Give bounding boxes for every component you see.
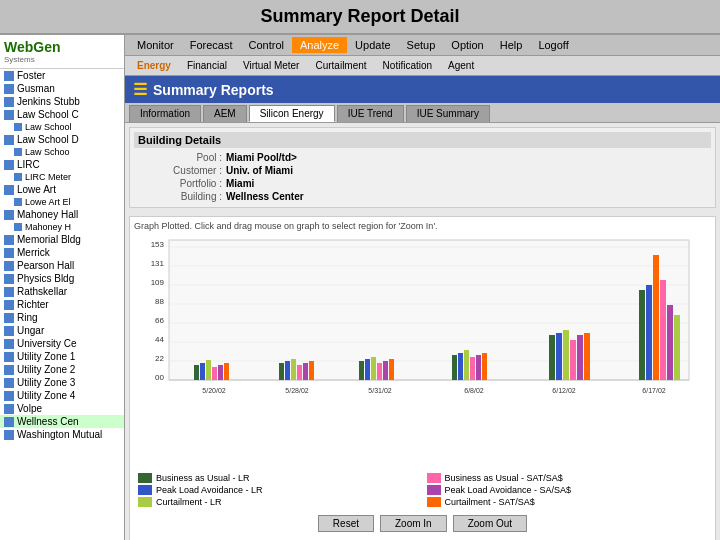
legend: Business as Usual - LRBusiness as Usual … [138,473,707,507]
bd-customer: Univ. of Miami [226,165,293,176]
sidebar-item-law-schoo[interactable]: Law Schoo [0,146,124,158]
svg-rect-47 [639,290,645,380]
sub-nav-item-energy[interactable]: Energy [129,58,179,73]
nav-item-setup[interactable]: Setup [399,37,444,53]
sidebar-item-memorial-bldg[interactable]: Memorial Bldg [0,233,124,246]
sidebar-item-lirc-meter[interactable]: LIRC Meter [0,171,124,183]
tab-information[interactable]: Information [129,105,201,122]
sidebar-item-volpe[interactable]: Volpe [0,402,124,415]
svg-rect-45 [577,335,583,380]
sidebar-item-mahoney-h[interactable]: Mahoney H [0,221,124,233]
building-icon [4,135,14,145]
nav-item-forecast[interactable]: Forecast [182,37,241,53]
sub-nav-item-curtailment[interactable]: Curtailment [307,58,374,73]
sidebar-item-lirc[interactable]: LIRC [0,158,124,171]
sidebar-item-pearson-hall[interactable]: Pearson Hall [0,259,124,272]
sidebar-item-jenkins-stubb[interactable]: Jenkins Stubb [0,95,124,108]
reset-button[interactable]: Reset [318,515,374,532]
svg-rect-39 [476,355,481,380]
legend-item: Peak Load Avoidance - LR [138,485,419,495]
building-icon [4,235,14,245]
building-icon [4,248,14,258]
building-icon [4,430,14,440]
nav-item-update[interactable]: Update [347,37,398,53]
tab-aem[interactable]: AEM [203,105,247,122]
legend-color [427,497,441,507]
legend-color [427,473,441,483]
svg-rect-25 [291,359,296,380]
svg-rect-37 [464,350,469,380]
sidebar-item-law-school[interactable]: Law School [0,121,124,133]
sidebar-item-rathskellar[interactable]: Rathskellar [0,285,124,298]
bd-portfolio-row: Portfolio : Miami [134,177,711,190]
svg-rect-19 [206,360,211,380]
page-title: Summary Report Detail [0,0,720,35]
svg-text:5/20/02: 5/20/02 [202,387,225,394]
zoom-out-button[interactable]: Zoom Out [453,515,527,532]
sidebar-item-physics-bldg[interactable]: Physics Bldg [0,272,124,285]
svg-rect-21 [218,365,223,380]
svg-rect-32 [377,363,382,380]
sidebar-item-washington-mutual[interactable]: Washington Mutual [0,428,124,441]
legend-color [138,473,152,483]
chart-instruction: Graph Plotted. Click and drag mouse on g… [134,221,711,231]
sidebar-item-lowe-art[interactable]: Lowe Art [0,183,124,196]
nav-item-option[interactable]: Option [443,37,491,53]
sidebar-item-ring[interactable]: Ring [0,311,124,324]
building-icon [14,223,22,231]
svg-rect-43 [563,330,569,380]
nav-item-control[interactable]: Control [240,37,291,53]
sidebar-item-law-school-c[interactable]: Law School C [0,108,124,121]
sidebar-item-law-school-d[interactable]: Law School D [0,133,124,146]
sub-nav-item-agent[interactable]: Agent [440,58,482,73]
sidebar-item-utility-zone-2[interactable]: Utility Zone 2 [0,363,124,376]
tab-iue-summary[interactable]: IUE Summary [406,105,490,122]
building-icon [4,404,14,414]
zoom-in-button[interactable]: Zoom In [380,515,447,532]
svg-rect-49 [653,255,659,380]
building-icon [4,110,14,120]
tab-iue-trend[interactable]: IUE Trend [337,105,404,122]
sidebar-item-foster[interactable]: Foster [0,69,124,82]
sidebar-item-university-ce[interactable]: University Ce [0,337,124,350]
svg-rect-20 [212,367,217,380]
sidebar-item-mahoney-hall[interactable]: Mahoney Hall [0,208,124,221]
legend-item: Business as Usual - LR [138,473,419,483]
legend-item: Curtailment - LR [138,497,419,507]
top-nav: MonitorForecastControlAnalyzeUpdateSetup… [125,35,720,56]
svg-rect-44 [570,340,576,380]
legend-item: Curtailment - SAT/SA$ [427,497,708,507]
svg-rect-23 [279,363,284,380]
building-icon [14,148,22,156]
tab-silicon-energy[interactable]: Silicon Energy [249,105,335,122]
sidebar-item-lowe-art-el[interactable]: Lowe Art El [0,196,124,208]
sub-nav-item-virtual-meter[interactable]: Virtual Meter [235,58,308,73]
sidebar-item-utility-zone-4[interactable]: Utility Zone 4 [0,389,124,402]
sidebar-item-gusman[interactable]: Gusman [0,82,124,95]
svg-rect-27 [303,363,308,380]
svg-rect-26 [297,365,302,380]
sidebar-item-wellness-cen[interactable]: Wellness Cen [0,415,124,428]
nav-item-monitor[interactable]: Monitor [129,37,182,53]
sub-nav-item-financial[interactable]: Financial [179,58,235,73]
svg-text:22: 22 [155,354,164,363]
sub-nav-item-notification[interactable]: Notification [375,58,440,73]
report-tabs: InformationAEMSilicon EnergyIUE TrendIUE… [125,103,720,123]
sidebar-item-richter[interactable]: Richter [0,298,124,311]
sidebar-item-ungar[interactable]: Ungar [0,324,124,337]
svg-text:6/12/02: 6/12/02 [552,387,575,394]
building-icon [4,274,14,284]
nav-item-analyze[interactable]: Analyze [292,37,347,53]
svg-rect-29 [359,361,364,380]
building-icon [4,339,14,349]
sidebar-item-utility-zone-3[interactable]: Utility Zone 3 [0,376,124,389]
sidebar-item-utility-zone-1[interactable]: Utility Zone 1 [0,350,124,363]
chart-container: 153 131 109 88 66 44 22 00 [134,235,711,469]
nav-item-logoff[interactable]: Logoff [530,37,576,53]
building-icon [4,326,14,336]
building-icon [4,391,14,401]
sidebar-item-merrick[interactable]: Merrick [0,246,124,259]
svg-rect-42 [556,333,562,380]
chart-svg: 153 131 109 88 66 44 22 00 [134,235,711,395]
nav-item-help[interactable]: Help [492,37,531,53]
